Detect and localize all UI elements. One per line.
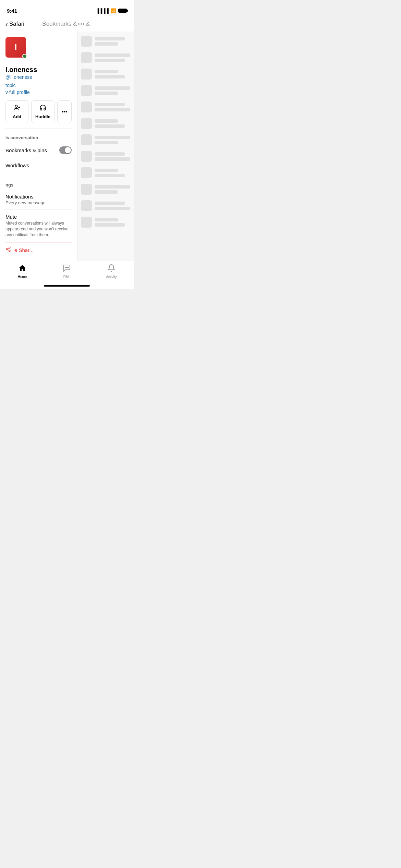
online-status-dot [22, 54, 27, 59]
add-label: Add [13, 114, 21, 119]
skeleton-row-1 [81, 36, 130, 47]
huddle-icon [39, 104, 46, 113]
skeleton-line [95, 152, 125, 156]
skeleton-avatar [81, 118, 92, 129]
profile-topic-link[interactable]: topic [5, 83, 72, 88]
svg-point-9 [65, 267, 66, 268]
bookmarks-title: Bookmarks & pins [5, 147, 47, 153]
notifications-subtitle: Every new message [5, 200, 72, 205]
add-icon [14, 104, 21, 113]
skeleton-avatar [81, 69, 92, 80]
skeleton-line [95, 185, 130, 189]
skeleton-lines [95, 119, 130, 128]
svg-line-6 [8, 250, 9, 251]
svg-point-0 [15, 105, 17, 108]
battery-icon [118, 9, 127, 13]
skeleton-line [95, 190, 118, 194]
skeleton-line [95, 223, 125, 227]
skeleton-line [95, 202, 125, 205]
more-icon: ••• [61, 109, 67, 115]
skeleton-row-5 [81, 101, 130, 112]
divider-2 [5, 176, 72, 176]
bookmarks-toggle[interactable] [59, 146, 72, 154]
back-button[interactable]: ‹ Safari [5, 20, 24, 28]
skeleton-row-3 [81, 69, 130, 80]
tab-bar: Home DMs Activity [0, 261, 134, 289]
status-icons: ▐▐▐▐ 📶 [96, 8, 127, 13]
skeleton-avatar [81, 134, 92, 145]
skeleton-line [95, 108, 130, 111]
skeleton-lines [95, 103, 130, 111]
home-indicator [44, 285, 90, 287]
skeleton-row-7 [81, 134, 130, 145]
partial-item[interactable]: e Shar... [5, 242, 72, 257]
skeleton-line [95, 70, 118, 73]
svg-point-8 [66, 267, 67, 268]
huddle-label: Huddle [35, 114, 50, 119]
add-button[interactable]: Add [5, 100, 28, 123]
skeleton-line [95, 42, 118, 46]
skeleton-line [95, 59, 125, 62]
share-icon [5, 246, 11, 253]
svg-point-3 [9, 247, 10, 249]
skeleton-lines [95, 53, 130, 62]
partial-item-text: e Shar... [14, 247, 34, 253]
dms-tab-label: DMs [63, 275, 71, 279]
skeleton-row-6 [81, 118, 130, 129]
right-panel-skeleton [77, 32, 134, 261]
notifications-title: Notifications [5, 194, 72, 200]
main-content: l l.oneness @il.oneness topic v full pro… [0, 32, 134, 261]
activity-tab-label: Activity [106, 275, 117, 279]
skeleton-avatar [81, 167, 92, 178]
mute-section[interactable]: Mute Muted conversations will always app… [5, 210, 72, 242]
svg-line-7 [8, 248, 9, 249]
huddle-button[interactable]: Huddle [31, 100, 54, 123]
skeleton-lines [95, 136, 130, 144]
skeleton-line [95, 169, 118, 172]
status-time: 9:41 [7, 8, 17, 14]
mute-description: Muted conversations will always appear r… [5, 220, 72, 238]
skeleton-line [95, 103, 125, 106]
tab-activity[interactable]: Activity [101, 264, 122, 279]
view-full-profile-link[interactable]: v full profile [5, 89, 72, 95]
left-panel: l l.oneness @il.oneness topic v full pro… [0, 32, 77, 261]
bookmarks-menu-item[interactable]: Bookmarks & pins [5, 142, 72, 158]
skeleton-lines [95, 202, 130, 210]
signal-icon: ▐▐▐▐ [96, 8, 109, 13]
skeleton-lines [95, 185, 130, 194]
skeleton-avatar [81, 217, 92, 228]
svg-point-4 [6, 249, 8, 250]
skeleton-lines [95, 86, 130, 95]
skeleton-line [95, 141, 118, 144]
skeleton-row-4 [81, 85, 130, 96]
skeleton-lines [95, 37, 130, 46]
skeleton-avatar [81, 36, 92, 47]
nav-title-suffix: & [86, 21, 89, 27]
profile-username[interactable]: @il.oneness [5, 74, 72, 80]
workflows-menu-item[interactable]: Workflows [5, 158, 72, 173]
skeleton-row-10 [81, 184, 130, 195]
tab-home[interactable]: Home [12, 264, 33, 279]
svg-point-5 [9, 250, 10, 252]
skeleton-row-2 [81, 52, 130, 63]
tab-dms[interactable]: DMs [57, 264, 77, 279]
activity-icon [107, 264, 116, 274]
nav-bar: ‹ Safari Bookmarks & & [0, 16, 134, 32]
skeleton-avatar [81, 200, 92, 211]
skeleton-line [95, 37, 125, 40]
skeleton-avatar [81, 151, 92, 162]
avatar-letter: l [15, 43, 17, 52]
skeleton-lines [95, 70, 130, 79]
skeleton-lines [95, 218, 130, 227]
more-button[interactable]: ••• [57, 100, 72, 123]
skeleton-line [95, 124, 125, 128]
nav-dots [78, 23, 84, 25]
avatar-container: l [5, 37, 26, 58]
skeleton-line [95, 92, 118, 95]
mute-title: Mute [5, 214, 72, 220]
action-buttons: Add Huddle ••• [5, 100, 72, 123]
notifications-menu-item[interactable]: Notifications Every new message [5, 190, 72, 210]
home-icon [18, 264, 26, 274]
profile-avatar-row: l [5, 32, 72, 60]
skeleton-line [95, 53, 130, 57]
